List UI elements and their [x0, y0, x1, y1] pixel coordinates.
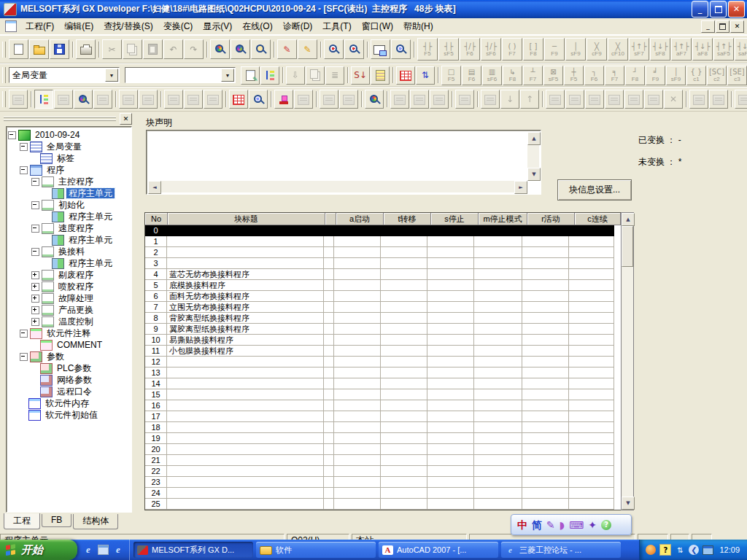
- cell[interactable]: [334, 258, 381, 269]
- ime-mark-icon[interactable]: ◗: [560, 520, 565, 530]
- block-title-cell[interactable]: 底模换接料程序: [167, 280, 324, 291]
- column-header-spacer[interactable]: [325, 213, 336, 225]
- ladder-saF6-button[interactable]: ┤↓├saF6: [735, 38, 747, 61]
- tree-item-9[interactable]: 程序主单元: [8, 234, 131, 246]
- row-number-cell[interactable]: 3: [145, 258, 167, 269]
- tree-item-6[interactable]: 初始化: [8, 199, 131, 211]
- cell[interactable]: [324, 368, 334, 378]
- minimize-button[interactable]: _: [692, 1, 708, 18]
- ladder-sF5-button[interactable]: ┤├sF5: [438, 38, 459, 61]
- internet-explorer-icon[interactable]: e: [82, 544, 94, 556]
- cell[interactable]: [427, 357, 474, 368]
- menu-item-3[interactable]: 变换(C): [158, 18, 198, 35]
- cell[interactable]: [334, 488, 381, 499]
- scrollbar-track[interactable]: [622, 267, 633, 497]
- block-title-cell[interactable]: [167, 466, 324, 477]
- cell[interactable]: [522, 313, 569, 324]
- cell[interactable]: [324, 411, 334, 422]
- cell[interactable]: [522, 302, 569, 313]
- data-transfer-button[interactable]: [9, 90, 28, 109]
- column-header-块标题[interactable]: 块标题: [168, 213, 325, 225]
- find-replace-button[interactable]: [251, 39, 271, 59]
- cell[interactable]: [334, 444, 381, 455]
- toolbar-grip[interactable]: [2, 42, 6, 58]
- block-title-cell[interactable]: 翼胶离型纸换接料程序: [167, 324, 324, 335]
- monitor-display-button[interactable]: [455, 90, 474, 109]
- menu-item-2[interactable]: 查找/替换(S): [98, 18, 158, 35]
- cell[interactable]: [474, 346, 522, 357]
- options-icon[interactable]: ✦: [588, 520, 597, 530]
- cell[interactable]: [474, 313, 522, 324]
- tree-expander-icon[interactable]: [31, 248, 39, 256]
- tree-item-0[interactable]: 2010-09-24: [8, 129, 131, 141]
- cell[interactable]: [474, 368, 522, 378]
- paste-down-button[interactable]: [624, 90, 643, 109]
- cell[interactable]: [569, 247, 614, 258]
- pan-hand-button[interactable]: [709, 90, 728, 109]
- tree-item-22[interactable]: 远程口令: [8, 386, 131, 397]
- step-no-sort-button[interactable]: S↓: [351, 66, 370, 85]
- block-list-button[interactable]: [371, 66, 390, 85]
- find-next-down-button[interactable]: ↓: [500, 90, 519, 109]
- cell[interactable]: [522, 236, 569, 247]
- sort-button[interactable]: ⇅: [416, 66, 435, 85]
- cell[interactable]: [474, 378, 522, 389]
- cell[interactable]: [427, 247, 474, 258]
- tree-item-4[interactable]: 主控程序: [8, 176, 131, 187]
- cell[interactable]: [334, 422, 381, 433]
- cell[interactable]: [522, 346, 569, 357]
- cell[interactable]: [522, 422, 569, 433]
- table-row[interactable]: 20: [145, 444, 621, 455]
- table-vscrollbar[interactable]: ▲▼: [621, 212, 634, 510]
- print-button[interactable]: [76, 39, 96, 59]
- sfc-F9-button[interactable]: ╛F9: [646, 66, 665, 85]
- ladder-saF5-button[interactable]: ┤↑├saF5: [713, 38, 734, 61]
- row-number-cell[interactable]: 19: [145, 433, 167, 444]
- find-button[interactable]: [210, 39, 230, 59]
- table-row[interactable]: 10易撕贴换接料程序: [145, 335, 621, 346]
- cell[interactable]: [381, 368, 427, 378]
- cell[interactable]: [522, 488, 569, 499]
- cell[interactable]: [334, 280, 381, 291]
- cell[interactable]: [324, 236, 334, 247]
- cell[interactable]: [427, 269, 474, 280]
- cell[interactable]: [427, 455, 474, 466]
- column-header-m停止模式[interactable]: m停止模式: [479, 213, 527, 225]
- taskbar-item-2[interactable]: AAutoCAD 2007 - [...: [379, 542, 498, 558]
- cell[interactable]: [381, 389, 427, 400]
- tree-item-3[interactable]: 程序: [8, 164, 131, 176]
- row-number-cell[interactable]: 18: [145, 422, 167, 433]
- find-binoculars-button[interactable]: [481, 90, 500, 109]
- cell[interactable]: [334, 225, 381, 236]
- sfc-document-icon[interactable]: [5, 20, 17, 32]
- cell[interactable]: [522, 280, 569, 291]
- taskbar-item-0[interactable]: MELSOFT系列 GX D...: [133, 542, 253, 558]
- declaration-vscrollbar[interactable]: ▲ ▼: [527, 132, 539, 181]
- cell[interactable]: [474, 444, 522, 455]
- tree-item-23[interactable]: 软元件内存: [8, 397, 131, 409]
- cell[interactable]: [381, 280, 427, 291]
- sfc-c3-button[interactable]: [SE]c3: [727, 66, 747, 85]
- block-title-cell[interactable]: [167, 389, 324, 400]
- cell[interactable]: [324, 455, 334, 466]
- sfc-c1-button[interactable]: { }c1: [686, 66, 706, 85]
- help-icon[interactable]: ?: [601, 520, 611, 530]
- toolbar-grip[interactable]: [2, 91, 6, 107]
- flash-tray-icon[interactable]: [646, 545, 656, 555]
- tab-FB[interactable]: FB: [42, 514, 71, 527]
- cell[interactable]: [474, 400, 522, 411]
- row-number-cell[interactable]: 25: [145, 499, 167, 510]
- cell[interactable]: [334, 247, 381, 258]
- row-number-cell[interactable]: 2: [145, 247, 167, 258]
- ladder-F5-button[interactable]: ┤├F5: [417, 38, 438, 61]
- cell[interactable]: [324, 400, 334, 411]
- tree-expander-icon[interactable]: [31, 178, 39, 186]
- cell[interactable]: [474, 499, 522, 510]
- column-header-c连续[interactable]: c连续: [575, 213, 621, 225]
- ladder-F7-button[interactable]: ( )F7: [502, 38, 522, 61]
- cell[interactable]: [474, 389, 522, 400]
- chinese-indicator[interactable]: 中: [517, 520, 527, 530]
- tree-item-10[interactable]: 换接料: [8, 246, 131, 257]
- cell[interactable]: [569, 411, 614, 422]
- copy-button[interactable]: [123, 39, 142, 59]
